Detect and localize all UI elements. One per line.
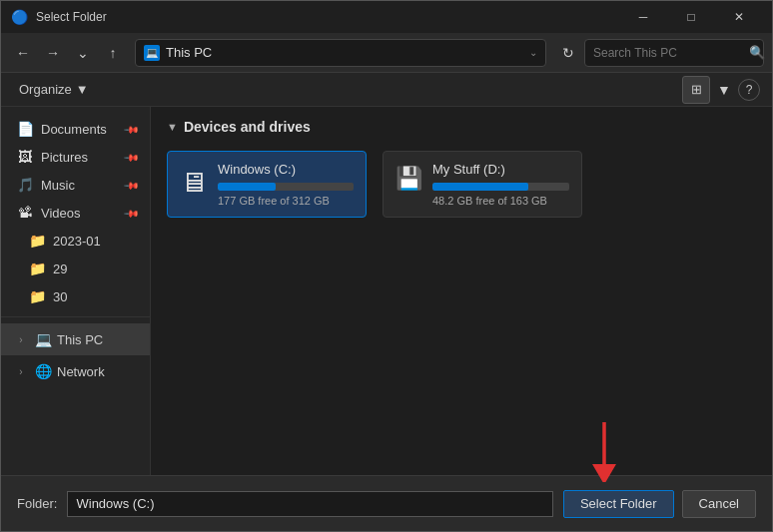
- drive-c-name: Windows (C:): [218, 162, 354, 177]
- sidebar: 📄 Documents 📌 🖼 Pictures 📌 🎵 Music 📌 📽 V…: [1, 107, 151, 475]
- section-header: ▼ Devices and drives: [167, 119, 756, 135]
- tree-chevron-icon: ›: [13, 334, 29, 345]
- folder-input[interactable]: [67, 491, 552, 517]
- documents-icon: 📄: [17, 121, 33, 137]
- videos-icon: 📽: [17, 205, 33, 221]
- drive-d-icon: 💾: [395, 166, 422, 192]
- pin-icon: 📌: [124, 149, 140, 165]
- forward-button[interactable]: →: [39, 39, 67, 67]
- sidebar-divider: [1, 316, 150, 317]
- drive-d-bar-bg: [432, 183, 569, 191]
- sidebar-item-label: Pictures: [41, 150, 118, 165]
- folder-icon: 📁: [29, 233, 45, 249]
- sidebar-item-pictures[interactable]: 🖼 Pictures 📌: [1, 143, 150, 171]
- sidebar-item-music[interactable]: 🎵 Music 📌: [1, 171, 150, 199]
- sidebar-tree-label: This PC: [57, 332, 103, 347]
- section-chevron-icon: ▼: [167, 121, 178, 133]
- pin-icon: 📌: [124, 205, 140, 221]
- sidebar-item-label: Music: [41, 178, 118, 193]
- sidebar-item-label: Videos: [41, 206, 118, 221]
- drives-grid: 🖥 Windows (C:) 177 GB free of 312 GB 💾: [167, 151, 756, 218]
- main-content: 📄 Documents 📌 🖼 Pictures 📌 🎵 Music 📌 📽 V…: [1, 107, 772, 475]
- view-dropdown-button[interactable]: ▼: [714, 76, 734, 104]
- dialog-title: Select Folder: [36, 10, 107, 24]
- sidebar-item-29[interactable]: 📁 29: [1, 255, 150, 282]
- organize-bar: Organize ▼ ⊞ ▼ ?: [1, 73, 772, 107]
- network-icon: 🌐: [35, 363, 51, 379]
- pin-icon: 📌: [124, 177, 140, 193]
- up-button[interactable]: ↑: [99, 39, 127, 67]
- view-toggle-button[interactable]: ⊞: [682, 76, 710, 104]
- sidebar-tree-this-pc[interactable]: › 💻 This PC: [1, 323, 150, 355]
- section-title: Devices and drives: [184, 119, 311, 135]
- drive-c-icon-wrap: 🖥: [180, 162, 208, 199]
- address-bar[interactable]: 💻 This PC ⌄: [135, 39, 546, 67]
- sidebar-item-30[interactable]: 📁 30: [1, 282, 150, 310]
- folder-label: Folder:: [17, 496, 57, 511]
- drive-c-bar-fill: [218, 183, 276, 191]
- sidebar-item-label: Documents: [41, 122, 118, 137]
- sidebar-tree-label: Network: [57, 364, 105, 379]
- drive-d-bar-fill: [432, 183, 528, 191]
- this-pc-icon: 💻: [35, 331, 51, 347]
- search-icon: 🔍: [749, 45, 765, 60]
- pictures-icon: 🖼: [17, 149, 33, 165]
- sidebar-item-2023-01[interactable]: 📁 2023-01: [1, 227, 150, 255]
- sidebar-item-videos[interactable]: 📽 Videos 📌: [1, 199, 150, 227]
- sidebar-item-documents[interactable]: 📄 Documents 📌: [1, 115, 150, 143]
- tree-chevron-icon: ›: [13, 366, 29, 377]
- drive-d-free: 48.2 GB free of 163 GB: [432, 195, 569, 207]
- drive-d-item[interactable]: 💾 My Stuff (D:) 48.2 GB free of 163 GB: [383, 151, 582, 218]
- cancel-button[interactable]: Cancel: [682, 490, 756, 518]
- select-folder-button[interactable]: Select Folder: [563, 490, 674, 518]
- minimize-button[interactable]: ─: [620, 1, 666, 33]
- title-bar-left: 🔵 Select Folder: [11, 9, 107, 25]
- drive-c-free: 177 GB free of 312 GB: [218, 195, 354, 207]
- address-bar-text: This PC: [166, 45, 523, 60]
- app-icon: 🔵: [11, 9, 28, 25]
- title-bar: 🔵 Select Folder ─ □ ✕: [1, 1, 772, 33]
- organize-chevron-icon: ▼: [76, 82, 89, 97]
- pin-icon: 📌: [124, 121, 140, 137]
- sidebar-item-label: 29: [53, 262, 138, 276]
- action-buttons: Select Folder Cancel: [563, 490, 756, 518]
- music-icon: 🎵: [17, 177, 33, 193]
- sidebar-item-label: 30: [53, 289, 138, 304]
- back-button[interactable]: ←: [9, 39, 37, 67]
- folder-icon: 📁: [29, 261, 45, 276]
- refresh-button[interactable]: ↻: [554, 39, 582, 67]
- organize-right: ⊞ ▼ ?: [682, 76, 760, 104]
- file-area: ▼ Devices and drives 🖥 Windows (C:) 177 …: [151, 107, 772, 475]
- drive-c-info: Windows (C:) 177 GB free of 312 GB: [218, 162, 354, 207]
- dialog-window: 🔵 Select Folder ─ □ ✕ ← → ⌄ ↑ 💻 This PC …: [0, 0, 773, 532]
- drive-c-item[interactable]: 🖥 Windows (C:) 177 GB free of 312 GB: [167, 151, 367, 218]
- sidebar-tree-network[interactable]: › 🌐 Network: [1, 355, 150, 387]
- bottom-bar: Folder: Select Folder Cancel: [1, 475, 772, 531]
- address-bar-icon: 💻: [144, 45, 160, 61]
- organize-label: Organize: [19, 82, 72, 97]
- organize-button[interactable]: Organize ▼: [13, 78, 95, 101]
- drive-d-name: My Stuff (D:): [432, 162, 569, 177]
- folder-icon: 📁: [29, 288, 45, 304]
- drive-d-icon-wrap: 💾: [395, 162, 422, 192]
- recent-locations-button[interactable]: ⌄: [69, 39, 97, 67]
- search-box: 🔍: [584, 39, 764, 67]
- help-button[interactable]: ?: [738, 79, 760, 101]
- address-chevron-icon: ⌄: [529, 47, 537, 58]
- search-input[interactable]: [593, 46, 743, 60]
- sidebar-item-label: 2023-01: [53, 234, 138, 249]
- title-bar-controls: ─ □ ✕: [620, 1, 762, 33]
- drive-d-info: My Stuff (D:) 48.2 GB free of 163 GB: [432, 162, 569, 207]
- drive-c-icon: 🖥: [180, 166, 208, 199]
- close-button[interactable]: ✕: [716, 1, 762, 33]
- maximize-button[interactable]: □: [668, 1, 714, 33]
- navigation-toolbar: ← → ⌄ ↑ 💻 This PC ⌄ ↻ 🔍: [1, 33, 772, 73]
- drive-c-bar-bg: [218, 183, 354, 191]
